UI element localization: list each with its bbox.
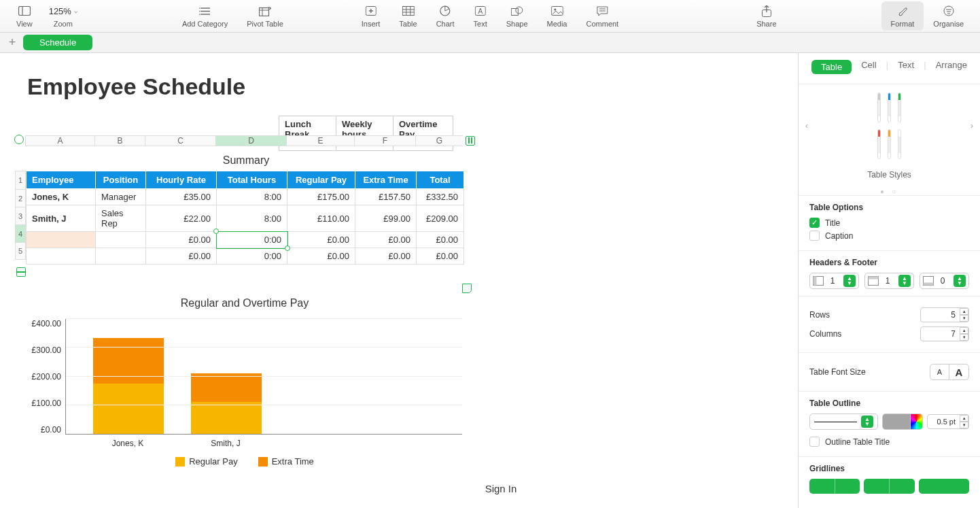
cell[interactable]	[27, 232, 96, 248]
add-row-handle[interactable]	[16, 267, 26, 277]
gridlines-body[interactable]	[809, 479, 860, 494]
rows-down[interactable]: ▾	[960, 315, 968, 322]
table-style-thumb[interactable]	[877, 129, 881, 159]
col-header-f[interactable]: F	[354, 135, 415, 146]
th-total[interactable]: Total	[417, 171, 464, 189]
text-button[interactable]: A Text	[464, 1, 497, 31]
styles-prev[interactable]: ‹	[805, 121, 808, 131]
table-resize-handle[interactable]	[462, 284, 472, 293]
th-position[interactable]: Position	[96, 171, 146, 189]
table-title[interactable]: Summary	[27, 150, 465, 171]
font-larger-button[interactable]: A	[949, 365, 968, 379]
table-style-thumb[interactable]	[898, 92, 901, 122]
cell[interactable]: £175.00	[287, 189, 355, 205]
styles-next[interactable]: ›	[970, 121, 973, 131]
outline-width-down[interactable]: ▾	[960, 422, 968, 428]
header-cols-stepper[interactable]: ▲▼	[843, 275, 856, 287]
cell[interactable]: £0.00	[287, 248, 355, 265]
pivot-table-button[interactable]: Pivot Table	[237, 1, 293, 31]
comment-button[interactable]: Comment	[577, 1, 629, 31]
footer-rows-stepper[interactable]: ▲▼	[953, 275, 966, 287]
cell[interactable]: 8:00	[217, 189, 287, 205]
chart[interactable]: Regular and Overtime Pay £400.00 £300.00…	[27, 297, 462, 467]
col-header-d[interactable]: D	[215, 135, 286, 146]
zoom-control[interactable]: 125%⌵ Zoom	[42, 1, 84, 31]
row-header-4[interactable]: 4	[15, 224, 26, 242]
th-hours[interactable]: Total Hours	[217, 171, 287, 189]
th-rate[interactable]: Hourly Rate	[146, 171, 217, 189]
inspector-tab-cell[interactable]: Cell	[861, 60, 876, 74]
selected-cell[interactable]: 0:00	[217, 232, 287, 248]
row-header-3[interactable]: 3	[15, 207, 26, 224]
gridlines-alt[interactable]	[919, 479, 969, 494]
media-button[interactable]: Media	[538, 1, 577, 31]
outline-color-picker[interactable]	[911, 413, 923, 430]
view-button[interactable]: View	[7, 1, 42, 31]
cell[interactable]: £0.00	[355, 248, 417, 265]
organise-button[interactable]: Organise	[924, 1, 973, 31]
cell[interactable]: Manager	[96, 189, 146, 205]
cell[interactable]: £0.00	[146, 232, 217, 248]
cell[interactable]: £0.00	[417, 232, 464, 248]
cols-input[interactable]: 7▴▾	[920, 326, 969, 341]
header-rows-control[interactable]: 1▲▼	[864, 273, 914, 289]
cell[interactable]: £99.00	[355, 205, 417, 232]
cell[interactable]: £22.00	[146, 205, 217, 232]
cols-up[interactable]: ▴	[960, 327, 968, 334]
add-sheet-button[interactable]: +	[5, 35, 19, 50]
shape-button[interactable]: Shape	[497, 1, 538, 31]
outline-style-stepper[interactable]: ▲▼	[861, 416, 873, 428]
footer-rows-control[interactable]: 0▲▼	[920, 273, 969, 289]
col-header-e[interactable]: E	[286, 135, 354, 146]
outline-style-select[interactable]: ▲▼	[809, 413, 878, 430]
cell[interactable]: £0.00	[417, 248, 464, 265]
row-header-5[interactable]: 5	[15, 242, 26, 260]
font-smaller-button[interactable]: A	[930, 365, 949, 379]
cell[interactable]	[96, 232, 146, 248]
title-checkbox[interactable]: ✓	[809, 218, 820, 228]
th-regular[interactable]: Regular Pay	[287, 171, 355, 189]
rows-up[interactable]: ▴	[960, 308, 968, 315]
cell[interactable]	[27, 248, 96, 265]
header-cols-control[interactable]: 1▲▼	[809, 273, 859, 289]
rows-input[interactable]: 5▴▾	[920, 307, 969, 322]
inspector-tab-arrange[interactable]: Arrange	[936, 60, 967, 74]
col-header-b[interactable]: B	[94, 135, 145, 146]
cell[interactable]	[96, 248, 146, 265]
cols-down[interactable]: ▾	[960, 334, 968, 341]
col-header-a[interactable]: A	[25, 135, 94, 146]
th-extra[interactable]: Extra Time	[355, 171, 417, 189]
cell[interactable]: £332.50	[417, 189, 464, 205]
col-header-g[interactable]: G	[415, 135, 463, 146]
cell[interactable]: Sales Rep	[96, 205, 146, 232]
add-column-handle[interactable]	[466, 136, 475, 146]
insert-button[interactable]: Insert	[352, 1, 390, 31]
th-employee[interactable]: Employee	[27, 171, 96, 189]
cell[interactable]: £35.00	[146, 189, 217, 205]
cell[interactable]: £110.00	[287, 205, 355, 232]
outline-color-swatch[interactable]	[882, 413, 911, 430]
format-button[interactable]: Format	[881, 1, 924, 31]
table-origin-handle[interactable]	[14, 135, 24, 144]
outline-width-up[interactable]: ▴	[960, 415, 968, 422]
gridlines-header[interactable]	[864, 479, 914, 494]
cell[interactable]: £0.00	[355, 232, 417, 248]
table-button[interactable]: Table	[389, 1, 426, 31]
cell[interactable]: £0.00	[146, 248, 217, 265]
row-header-2[interactable]: 2	[15, 189, 26, 207]
canvas-area[interactable]: Employee Schedule Lunch Break Weekly hou…	[0, 53, 798, 508]
sheet-tab-schedule[interactable]: Schedule	[23, 35, 92, 50]
summary-table[interactable]: Employee Position Hourly Rate Total Hour…	[26, 171, 464, 265]
col-header-c[interactable]: C	[145, 135, 215, 146]
table-style-thumb[interactable]	[888, 92, 891, 122]
caption-checkbox[interactable]	[809, 231, 820, 241]
cell[interactable]: Smith, J	[27, 205, 96, 232]
inspector-tab-table[interactable]: Table	[811, 60, 852, 74]
share-button[interactable]: Share	[747, 1, 786, 31]
outline-width-input[interactable]: 0.5 pt▴▾	[927, 414, 969, 429]
cell[interactable]: £157.50	[355, 189, 417, 205]
chart-button[interactable]: Chart	[427, 1, 464, 31]
add-category-button[interactable]: Add Category	[173, 1, 237, 31]
cell[interactable]: £0.00	[287, 232, 355, 248]
table-style-thumb[interactable]	[898, 129, 901, 159]
